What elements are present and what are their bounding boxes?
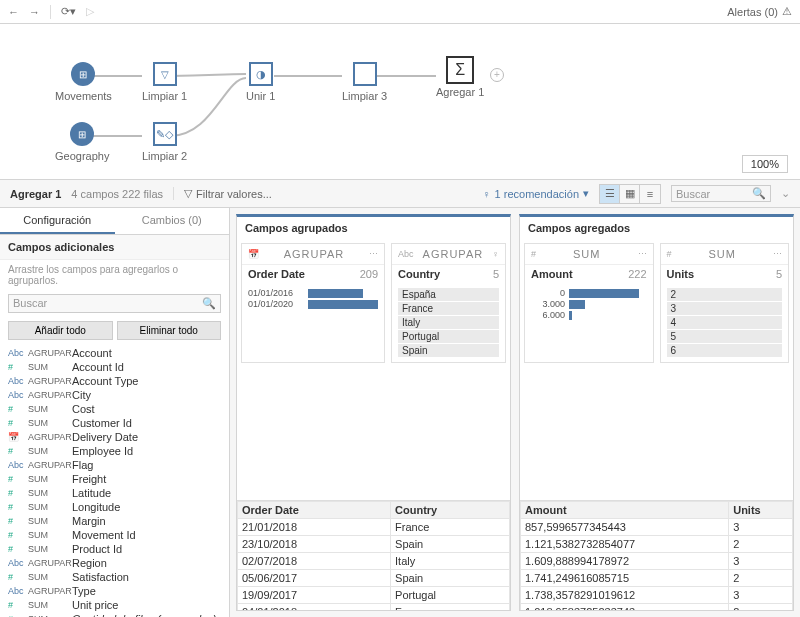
field-row[interactable]: AbcAGRUPARRegion bbox=[4, 556, 225, 570]
card-orderdate[interactable]: 📅AGRUPAR⋯ Order Date209 01/01/201601/01/… bbox=[241, 243, 385, 363]
section-header: Campos adicionales bbox=[0, 235, 229, 260]
refresh-button[interactable]: ⟳▾ bbox=[61, 5, 76, 18]
add-step-button[interactable]: + bbox=[490, 68, 504, 82]
field-row[interactable]: #SUMMovement Id bbox=[4, 528, 225, 542]
node-movements[interactable]: ⊞ Movements bbox=[55, 62, 112, 102]
center-panel: Campos agrupados 📅AGRUPAR⋯ Order Date209… bbox=[230, 208, 800, 617]
node-limpiar3[interactable]: Limpiar 3 bbox=[342, 62, 387, 102]
field-row[interactable]: #SUMLatitude bbox=[4, 486, 225, 500]
field-row[interactable]: #SUMCustomer Id bbox=[4, 416, 225, 430]
search-box[interactable]: Buscar🔍 bbox=[671, 185, 771, 202]
node-unir1[interactable]: ◑ Unir 1 bbox=[246, 62, 275, 102]
aggregated-table[interactable]: AmountUnits 857,599657734544331.121,5382… bbox=[520, 500, 793, 610]
number-icon: # bbox=[667, 249, 672, 259]
clean-icon bbox=[353, 62, 377, 86]
alerts-button[interactable]: Alertas (0) ⚠ bbox=[727, 5, 792, 18]
field-row[interactable]: AbcAGRUPARFlag bbox=[4, 458, 225, 472]
datasource-icon: ⊞ bbox=[71, 62, 95, 86]
field-search[interactable]: Buscar🔍 bbox=[8, 294, 221, 313]
forward-button[interactable]: → bbox=[29, 6, 40, 18]
field-row[interactable]: 📅AGRUPARDelivery Date bbox=[4, 430, 225, 444]
back-button[interactable]: ← bbox=[8, 6, 19, 18]
main: Configuración Cambios (0) Campos adicion… bbox=[0, 208, 800, 617]
grouped-table[interactable]: Order DateCountry 21/01/2018France23/10/… bbox=[237, 500, 510, 610]
field-row[interactable]: AbcAGRUPARAccount bbox=[4, 346, 225, 360]
abc-icon: Abc bbox=[398, 249, 414, 259]
number-icon: # bbox=[531, 249, 536, 259]
card-country[interactable]: AbcAGRUPAR♀ Country5 EspañaFranceItalyPo… bbox=[391, 243, 506, 363]
node-limpiar2[interactable]: ✎◇ Limpiar 2 bbox=[142, 122, 187, 162]
field-row[interactable]: #SUMCost bbox=[4, 402, 225, 416]
view-toggle[interactable]: ☰ ▦ ≡ bbox=[599, 184, 661, 204]
add-all-button[interactable]: Añadir todo bbox=[8, 321, 113, 340]
flow-canvas[interactable]: ⊞ Movements ⊞ Geography Limpiar 1 ✎◇ Lim… bbox=[0, 24, 800, 180]
node-geography[interactable]: ⊞ Geography bbox=[55, 122, 109, 162]
hint-text: Arrastre los campos para agregarlos o ag… bbox=[0, 260, 229, 290]
panel-bar: Agregar 1 4 campos 222 filas ▽ Filtrar v… bbox=[0, 180, 800, 208]
grouped-column: Campos agrupados 📅AGRUPAR⋯ Order Date209… bbox=[236, 214, 511, 611]
view-grid-icon[interactable]: ▦ bbox=[620, 185, 640, 203]
field-row[interactable]: #SUMAccount Id bbox=[4, 360, 225, 374]
clean-icon bbox=[153, 62, 177, 86]
join-icon: ◑ bbox=[249, 62, 273, 86]
search-icon: 🔍 bbox=[752, 187, 766, 200]
node-agregar1[interactable]: Σ Agregar 1 bbox=[436, 58, 484, 98]
tab-config[interactable]: Configuración bbox=[0, 208, 115, 234]
field-row[interactable]: #SUMCantidad de filas (agregadas) bbox=[4, 612, 225, 617]
bulb-icon: ♀ bbox=[482, 188, 490, 200]
aggregated-title: Campos agregados bbox=[520, 217, 793, 239]
aggregated-column: Campos agregados #SUM⋯ Amount222 03.0006… bbox=[519, 214, 794, 611]
remove-all-button[interactable]: Eliminar todo bbox=[117, 321, 222, 340]
left-panel: Configuración Cambios (0) Campos adicion… bbox=[0, 208, 230, 617]
field-row[interactable]: #SUMProduct Id bbox=[4, 542, 225, 556]
recommendations[interactable]: ♀1 recomendación ▾ bbox=[482, 187, 589, 200]
card-units[interactable]: #SUM⋯ Units5 23456 bbox=[660, 243, 790, 363]
warning-icon: ⚠ bbox=[782, 5, 792, 18]
field-row[interactable]: AbcAGRUPARAccount Type bbox=[4, 374, 225, 388]
view-list-icon[interactable]: ≡ bbox=[640, 185, 660, 203]
clean-icon: ✎◇ bbox=[153, 122, 177, 146]
field-row[interactable]: #SUMSatisfaction bbox=[4, 570, 225, 584]
step-meta: 4 campos 222 filas bbox=[71, 188, 163, 200]
collapse-button[interactable]: ⌄ bbox=[781, 187, 790, 200]
aggregate-icon: Σ bbox=[446, 56, 474, 84]
field-row[interactable]: AbcAGRUPARCity bbox=[4, 388, 225, 402]
filter-icon: ▽ bbox=[184, 187, 192, 200]
search-icon: 🔍 bbox=[202, 297, 216, 310]
field-row[interactable]: #SUMFreight bbox=[4, 472, 225, 486]
field-row[interactable]: #SUMMargin bbox=[4, 514, 225, 528]
date-icon: 📅 bbox=[248, 249, 259, 259]
bulb-icon: ♀ bbox=[492, 249, 499, 259]
tab-changes[interactable]: Cambios (0) bbox=[115, 208, 230, 234]
field-row[interactable]: AbcAGRUPARType bbox=[4, 584, 225, 598]
view-profile-icon[interactable]: ☰ bbox=[600, 185, 620, 203]
fields-list: AbcAGRUPARAccount#SUMAccount IdAbcAGRUPA… bbox=[0, 344, 229, 617]
run-button: ▷ bbox=[86, 5, 94, 18]
field-row[interactable]: #SUMEmployee Id bbox=[4, 444, 225, 458]
field-row[interactable]: #SUMLongitude bbox=[4, 500, 225, 514]
card-amount[interactable]: #SUM⋯ Amount222 03.0006.000 bbox=[524, 243, 654, 363]
grouped-title: Campos agrupados bbox=[237, 217, 510, 239]
datasource-icon: ⊞ bbox=[70, 122, 94, 146]
field-row[interactable]: #SUMUnit price bbox=[4, 598, 225, 612]
topbar: ← → ⟳▾ ▷ Alertas (0) ⚠ bbox=[0, 0, 800, 24]
filter-values[interactable]: ▽ Filtrar valores... bbox=[173, 187, 272, 200]
zoom-level[interactable]: 100% bbox=[742, 155, 788, 173]
step-title: Agregar 1 bbox=[10, 188, 61, 200]
node-limpiar1[interactable]: Limpiar 1 bbox=[142, 62, 187, 102]
